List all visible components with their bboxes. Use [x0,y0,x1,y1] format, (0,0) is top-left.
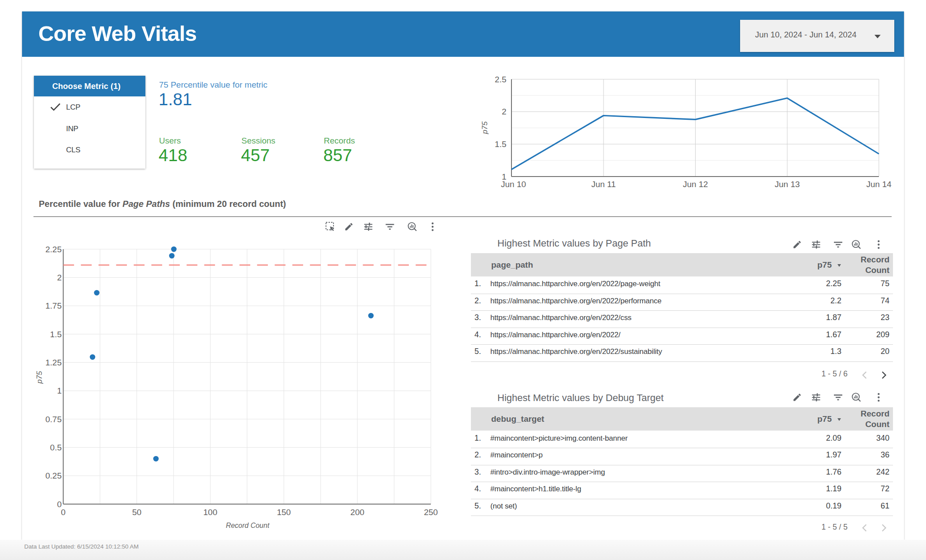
svg-text:100: 100 [204,508,218,517]
svg-text:150: 150 [277,508,291,517]
svg-text:1.25: 1.25 [45,358,62,367]
svg-text:2: 2 [502,107,507,116]
svg-text:Jun 10: Jun 10 [501,180,526,189]
svg-text:2.5: 2.5 [495,75,506,84]
svg-text:2.25: 2.25 [45,245,62,254]
svg-text:Jun 12: Jun 12 [683,180,708,189]
svg-text:0.5: 0.5 [50,443,62,452]
svg-text:p75: p75 [35,371,44,384]
svg-text:250: 250 [424,508,438,517]
svg-text:Jun 11: Jun 11 [591,180,616,189]
svg-text:0: 0 [61,508,66,517]
svg-text:50: 50 [132,508,141,517]
svg-text:2: 2 [57,273,62,282]
svg-text:Jun 14: Jun 14 [866,180,891,189]
svg-text:1: 1 [57,386,62,395]
svg-text:1.75: 1.75 [45,301,62,310]
svg-text:1.5: 1.5 [495,140,506,149]
svg-text:Jun 13: Jun 13 [774,180,800,189]
svg-text:200: 200 [350,508,364,517]
svg-text:0.25: 0.25 [45,471,62,480]
svg-text:1.5: 1.5 [50,330,62,339]
svg-text:p75: p75 [481,121,489,134]
svg-text:Record Count: Record Count [226,522,270,529]
svg-text:0.75: 0.75 [45,415,62,424]
